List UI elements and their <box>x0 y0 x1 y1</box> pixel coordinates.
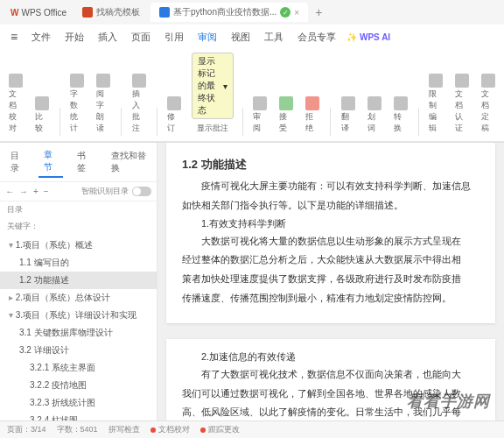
outline-item[interactable]: 2.项目（系统）总体设计 <box>0 289 157 307</box>
sidebar-tab-chapter[interactable]: 章节 <box>38 146 63 178</box>
proofread-button[interactable]: 文档校对 <box>7 72 24 136</box>
compare-button[interactable]: 比较 <box>33 95 51 136</box>
navigation-sidebar: 目录 章节 书签 查找和替换 ← → + − 智能识别目录 目录 关键字： 1.… <box>0 143 158 438</box>
outline-item[interactable]: 3.1 关键数据库物理设计 <box>0 324 157 342</box>
nav-prev-button[interactable]: ← <box>5 187 14 196</box>
check-icon <box>279 96 293 110</box>
tab-document[interactable]: 基于python商业疫情数据... ✓ × <box>150 3 308 22</box>
ribbon-toolbar: 文档校对 比较 字数统计 阅字朗读 插入批注 修订 显示标记的最终状态▾ 显示批… <box>0 49 504 142</box>
toc-count-label: 目录 <box>7 204 23 215</box>
body-text: 如快相关部门指令执行等。以下是功能的详细描述。 <box>182 197 480 215</box>
read-aloud-button[interactable]: 阅字朗读 <box>94 72 112 136</box>
tab-label: 基于python商业疫情数据... <box>173 6 276 18</box>
expand-button[interactable]: + <box>33 187 38 196</box>
body-text: 经过整体的数据汇总分析之后，大众能快速从大数据展示中得出相 <box>182 251 480 269</box>
body-text: 策者加快处理速度提供了数据支撑，各级政府进行及时发布防疫措 <box>182 271 480 288</box>
outline-item[interactable]: 3.2.2 疫情地图 <box>0 377 157 394</box>
wordcount-icon <box>70 74 84 88</box>
doc-auth-button[interactable]: 文档认证 <box>453 72 471 136</box>
menu-bar: ≡ 文件 开始 插入 页面 引用 审阅 视图 工具 会员专享 ✨ WPS AI <box>0 25 504 49</box>
body-text: 大数据可视化将大量的数据信息以生动形象的展示方式呈现在 <box>182 233 480 251</box>
proofread-icon <box>9 74 23 88</box>
menu-review[interactable]: 审阅 <box>194 29 220 46</box>
reject-button[interactable]: 拒绝 <box>304 95 321 136</box>
subheading: 2.加速信息的有效传递 <box>182 350 480 364</box>
translate-icon <box>341 96 355 110</box>
menu-file[interactable]: 文件 <box>28 29 54 46</box>
toggle-switch <box>132 187 151 196</box>
outline-item[interactable]: 3.2.3 折线统计图 <box>0 394 157 412</box>
outline-item[interactable]: 1.2 功能描述 <box>0 272 157 289</box>
lock-icon <box>429 74 443 88</box>
convert-button[interactable]: 转换 <box>392 95 410 136</box>
page-indicator[interactable]: 页面：3/14 <box>7 424 46 435</box>
restrict-edit-button[interactable]: 限制编辑 <box>427 72 444 136</box>
new-tab-button[interactable]: + <box>310 4 327 21</box>
word-count-indicator[interactable]: 字数：5401 <box>57 424 98 435</box>
menu-insert[interactable]: 插入 <box>94 29 121 46</box>
body-text: 有了大数据可视化技术，数据信息不仅面向决策者，也能向大 <box>182 366 480 384</box>
smart-toc-toggle[interactable]: 智能识别目录 <box>81 186 151 197</box>
menu-reference[interactable]: 引用 <box>161 29 187 46</box>
menu-home[interactable]: 开始 <box>61 29 88 46</box>
review-icon <box>253 96 267 110</box>
review-pane-button[interactable]: 审阅 <box>251 95 269 136</box>
convert-icon <box>394 96 408 110</box>
insert-comment-button[interactable]: 插入批注 <box>130 72 148 136</box>
wps-ai-button[interactable]: ✨ WPS AI <box>346 32 390 42</box>
collapse-button[interactable]: − <box>44 187 49 196</box>
outline-item[interactable]: 3.2 详细设计 <box>0 342 157 359</box>
spellcheck-status[interactable]: 拼写检查 <box>108 424 140 435</box>
word-doc-icon <box>159 7 170 18</box>
dot-icon <box>150 427 156 433</box>
app-brand: W WPS Office <box>4 8 74 18</box>
close-icon[interactable]: × <box>294 8 299 18</box>
menu-view[interactable]: 视图 <box>228 29 254 46</box>
heading: 1.2 功能描述 <box>182 157 480 173</box>
keyword-label: 关键字： <box>7 221 38 232</box>
menu-member[interactable]: 会员专享 <box>294 29 340 46</box>
subheading: 1.有效支持科学判断 <box>182 217 480 230</box>
proofread-status[interactable]: 文档校对 <box>150 424 190 435</box>
dot-icon <box>200 427 206 433</box>
menu-page[interactable]: 页面 <box>128 29 154 46</box>
word-select-button[interactable]: 划词 <box>366 95 383 136</box>
sidebar-tab-bookmark[interactable]: 书签 <box>72 147 96 177</box>
app-name-label: WPS Office <box>21 8 66 18</box>
stamp-icon <box>481 74 495 88</box>
body-text: 传播速度、传播范围控制到最小，精准有力地划定疫情防控网。 <box>182 290 480 307</box>
translate-button[interactable]: 翻译 <box>340 95 357 136</box>
wps-logo: W <box>10 8 18 18</box>
shield-icon <box>455 74 469 88</box>
outline-item[interactable]: 1.项目（系统）概述 <box>0 237 157 254</box>
menu-tools[interactable]: 工具 <box>261 29 287 46</box>
show-comments-button[interactable]: 显示批注 <box>195 121 230 136</box>
watermark-text: 看看手游网 <box>407 391 490 412</box>
track-changes-button[interactable]: 修订 <box>165 95 183 136</box>
tab-badge: ✓ <box>280 7 290 18</box>
status-bar: 页面：3/14 字数：5401 拼写检查 文档校对 跟踪更改 <box>0 420 504 438</box>
pen-icon <box>167 96 181 110</box>
tab-template-store[interactable]: 找稿壳模板 <box>74 3 149 22</box>
chevron-down-icon: ▾ <box>223 81 228 91</box>
x-icon <box>305 96 319 110</box>
app-menu-button[interactable]: ≡ <box>7 28 21 46</box>
tab-label: 找稿壳模板 <box>96 6 140 18</box>
sidebar-tab-toc[interactable]: 目录 <box>5 147 30 177</box>
nav-next-button[interactable]: → <box>19 187 28 196</box>
comment-icon <box>132 74 146 88</box>
accept-button[interactable]: 接受 <box>277 95 295 136</box>
outline-tree[interactable]: 1.项目（系统）概述1.1 编写目的1.2 功能描述2.项目（系统）总体设计3.… <box>0 235 157 438</box>
window-tabs: W WPS Office 找稿壳模板 基于python商业疫情数据... ✓ ×… <box>0 0 504 25</box>
sidebar-tab-find[interactable]: 查找和替换 <box>106 147 151 177</box>
compare-icon <box>35 96 49 110</box>
outline-item[interactable]: 1.1 编写目的 <box>0 254 157 272</box>
outline-item[interactable]: 3.2.1 系统主界面 <box>0 359 157 377</box>
finalize-button[interactable]: 文档定稿 <box>480 72 497 136</box>
word-count-button[interactable]: 字数统计 <box>68 72 86 136</box>
body-text: 疫情可视化大屏主要功能有：可以有效支持科学判断、加速信息 <box>182 178 480 195</box>
markup-mode-dropdown[interactable]: 显示标记的最终状态▾ <box>192 53 233 119</box>
speaker-icon <box>96 74 110 88</box>
outline-item[interactable]: 3.项目（系统）详细设计和实现 <box>0 307 157 324</box>
tracking-status[interactable]: 跟踪更改 <box>200 424 240 435</box>
